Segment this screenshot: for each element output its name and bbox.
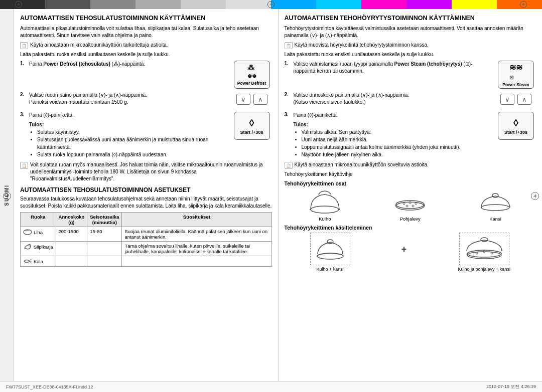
arrow-up-btn[interactable]: ∧ <box>253 94 267 105</box>
table-cell-liha-amount: 200-1500 <box>56 227 87 242</box>
parts-title: Tehohöyrykeittimen osat <box>285 180 536 186</box>
svg-point-16 <box>492 193 498 198</box>
compass-icon-tc: ✛ <box>267 1 275 8</box>
left-step1-left: 1. Paina Power Defrost (tehosulatus) (⁂)… <box>20 61 228 71</box>
left-step2-num: 2. <box>20 92 26 97</box>
handling-kulho-kansi: Kulho + kansi <box>310 233 350 272</box>
right-step2-left: 2. Valitse annoskoko painamalla (∨)- ja … <box>285 92 492 109</box>
table-cell-kala: Kala <box>21 256 56 267</box>
svg-line-2 <box>30 259 32 260</box>
content-area: AUTOMAATTISEN TEHOSULATUSTOIMINNON KÄYTT… <box>14 9 542 381</box>
right-step1-bold: Power Steam (tehohöyrytys) <box>394 61 462 67</box>
left-step3-tulos: Tulos: Sulatus käynnistyy. Sulatusajan p… <box>29 122 228 158</box>
compass-icon-tr: ✛ <box>520 1 527 8</box>
main-area: SUOMI AUTOMAATTISEN TEHOSULATUSTOIMINNON… <box>0 9 542 381</box>
arrow-buttons-row: ∨ ∧ <box>236 94 267 105</box>
pohjalevy-label: Pohjalevy <box>400 216 421 222</box>
left-warning-row: 📋 Voit sulattaa ruoan myös manuaalisesti… <box>20 161 272 182</box>
power-defrost-icon: ⁂❄❄ <box>247 64 256 80</box>
equipment-items: Kulho Pohja <box>285 188 536 222</box>
footer: FW77SUST_XEE-DE68-04135A-FI.indd 12 2012… <box>0 381 542 392</box>
left-section1-note-row: 📋 Käytä ainoastaan mikroaaltouunikäyttöö… <box>20 42 272 49</box>
color-block-7 <box>271 0 316 9</box>
right-column: AUTOMAATTISEN TEHOHÖYRYTYSTOIMINNON KÄYT… <box>279 9 543 381</box>
left-tulos-label: Tulos: <box>29 122 228 127</box>
right-note-row: 📋 Käytä muovista höyrykeitintä tehohöyry… <box>285 42 536 49</box>
right-step3-start: ◊ Start /+30s <box>496 112 536 140</box>
start-icon-left: ◊ <box>249 117 254 129</box>
kulho-pohja-kansi-svg <box>462 235 507 263</box>
left-step1-text: Paina Power Defrost (tehosulatus) (⁂)-nä… <box>29 61 228 68</box>
left-step3-text: Paina (◊)-painiketta. <box>29 112 228 119</box>
color-block-5 <box>181 0 226 9</box>
table-cell-liha-icon: Liha <box>21 227 56 242</box>
table-liha-label: Liha <box>34 230 43 235</box>
table-cell-kala-notes <box>122 256 272 267</box>
top-center-compass: ✛ <box>267 1 275 8</box>
right-arrow-up-btn[interactable]: ∧ <box>517 94 531 105</box>
start-button-left[interactable]: ◊ Start /+30s <box>234 112 270 140</box>
color-block-2 <box>45 0 90 9</box>
left-step2-left: 2. Valitse ruoan paino painamalla (∨)- j… <box>20 92 228 109</box>
svg-point-19 <box>481 238 488 242</box>
color-block-9 <box>361 0 406 9</box>
table-cell-siipikarja-notes: Tämä ohjelma soveltuu lihalle, kuten pih… <box>122 242 272 256</box>
table-cell-siipikarja-time <box>87 242 122 256</box>
compass-icon-right: ✛ <box>531 192 539 200</box>
left-step1-num: 1. <box>20 61 26 66</box>
left-step0: Laita pakastettu ruoka ensiksi uunilauta… <box>20 51 272 58</box>
kulho-kansi-svg <box>313 235 348 263</box>
svg-point-24 <box>491 252 493 254</box>
svg-point-13 <box>406 205 408 207</box>
svg-line-4 <box>30 262 32 263</box>
left-step2-text: Valitse ruoan paino painamalla (∨)- ja (… <box>29 92 228 106</box>
right-step1-left: 1. Valitse valmistamasi ruoan tyyppi pai… <box>285 61 492 78</box>
left-section2-title: AUTOMAATTISEN TEHOSULATUSTOIMINNON ASETU… <box>20 186 272 193</box>
equipment-pohjalevy: Pohjalevy <box>394 188 427 222</box>
right-step1-content: 1. Valitse valmistamasi ruoan tyyppi pai… <box>285 61 492 75</box>
right-step3-num: 3. <box>285 112 291 117</box>
right-step2-arrows: ∨ ∧ <box>496 92 536 107</box>
right-step3: 3. Paina (◊)-painiketta. Tulos: Valmistu… <box>285 112 536 158</box>
plus-sign: + <box>401 244 407 255</box>
right-step2: 2. Valitse annoskoko painamalla (∨)- ja … <box>285 92 536 109</box>
left-step1-content: 1. Paina Power Defrost (tehosulatus) (⁂)… <box>20 61 228 68</box>
table-header-time: Seisotusaika(minuuttia) <box>87 213 122 227</box>
right-note2-row: 📋 Käytä ainoastaan mikroaaltouunikäyttöö… <box>285 161 536 169</box>
color-block-6 <box>226 0 271 9</box>
start-button-right[interactable]: ◊ Start /+30s <box>498 112 534 140</box>
equipment-usage-label: Tehohöyrykeittimen käyttövihje <box>285 171 353 177</box>
left-column: AUTOMAATTISEN TEHOSULATUSTOIMINNON KÄYTT… <box>14 9 279 381</box>
left-section1-intro: Automaattisella pikasulatustoiminnolla v… <box>20 25 272 39</box>
right-step3-tulos: Tulos: Valmistus alkaa. Sen päätyttyä: U… <box>294 122 492 158</box>
power-steam-icon: ≋≋⊡ <box>509 63 522 81</box>
left-step1-bold: Power Defrost (tehosulatus) <box>43 61 110 67</box>
left-warning-text: Voit sulattaa ruoan myös manuaalisesti. … <box>30 161 272 182</box>
color-block-12 <box>497 0 542 9</box>
defrost-table: Ruoka Annoskoko(g) Seisotusaika(minuutti… <box>20 212 272 267</box>
handling-items: Kulho + kansi + <box>285 233 536 272</box>
right-bullet-3: Näyttöön tulee jälleen nykyinen aika. <box>302 151 492 158</box>
right-bullet-0: Valmistus alkaa. Sen päätyttyä: <box>302 128 492 136</box>
color-block-11 <box>452 0 497 9</box>
right-tulos-label: Tulos: <box>294 122 492 127</box>
footer-date: 2012-07-19 오전 4:26:39 <box>486 383 536 390</box>
right-step1-text: Valitse valmistamasi ruoan tyyppi painam… <box>294 61 492 75</box>
table-header-amount: Annoskoko(g) <box>56 213 87 227</box>
equipment-usage: Tehohöyrykeittimen käyttövihje <box>285 171 536 178</box>
left-step2: 2. Valitse ruoan paino painamalla (∨)- j… <box>20 92 272 109</box>
table-cell-liha-time: 15-60 <box>87 227 122 242</box>
table-row-siipikarja: Siipikarja Tämä ohjelma soveltuu lihalle… <box>21 242 272 256</box>
right-step3-text: Paina (◊)-painiketta. <box>294 112 492 119</box>
power-defrost-label: Power Defrost <box>237 81 266 86</box>
right-arrow-down-btn[interactable]: ∨ <box>500 94 514 105</box>
kansi-svg <box>479 188 512 215</box>
left-bullet-1: Sulatus käynnistyy. <box>37 128 228 136</box>
left-step1-image: ⁂❄❄ Power Defrost <box>232 61 272 89</box>
poultry-icon <box>23 243 32 250</box>
right-bullet-1: Uuni antaa neljä äänimerkkiä. <box>302 136 492 143</box>
color-block-8 <box>316 0 361 9</box>
arrow-down-btn[interactable]: ∨ <box>236 94 250 105</box>
svg-point-12 <box>415 203 417 205</box>
right-note-text: Käytä muovista höyrykeitintä tehohöyryty… <box>295 42 429 49</box>
